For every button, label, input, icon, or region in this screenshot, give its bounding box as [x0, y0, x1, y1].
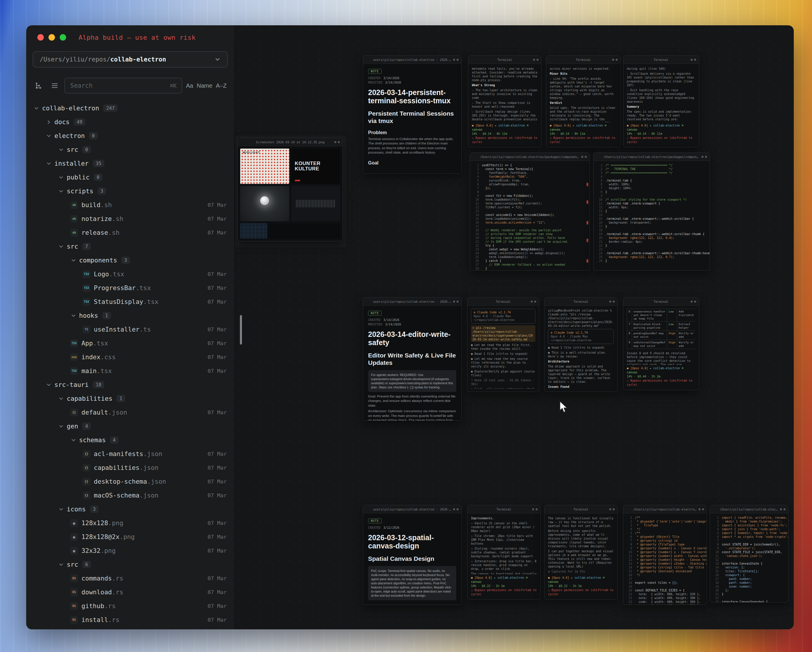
path-selector[interactable]: /Users/yiliu/repos/collab-electron — [33, 51, 228, 68]
tree-dir-public[interactable]: public0 — [26, 170, 234, 184]
tree-file-128x128@2x[interactable]: ◉128x128@2x.png07 Mar — [26, 530, 234, 544]
tree-file-index[interactable]: cssindex.css07 Mar — [26, 350, 234, 364]
canvas-card-term-review-3[interactable]: Terminalduring quit (line 166)- Scrollba… — [623, 55, 699, 147]
tree-dir-icons[interactable]: icons3 — [26, 502, 234, 516]
tree-dir-hooks[interactable]: hooks1 — [26, 309, 234, 323]
canvas-card-code-terminaltab-css[interactable]: /Users/yiliu/repos/collab-electron/packa… — [593, 152, 710, 271]
tree-dir-src-tauri[interactable]: src-tauri18 — [26, 378, 234, 392]
card-header[interactable]: /Users/yiliu/repos/collab-electron/src/c… — [623, 505, 707, 513]
search-box[interactable]: ⌘K — [64, 78, 182, 93]
sort-case-toggle[interactable]: Aa — [186, 83, 193, 89]
tree-file-commands[interactable]: RScommands.rs07 Mar — [26, 571, 234, 585]
card-controls[interactable] — [581, 156, 587, 158]
tree-file-lib[interactable]: RSlib.rs07 Mar — [26, 627, 234, 629]
tree-dir-collab-electron[interactable]: collab-electron247 — [26, 101, 234, 115]
card-controls[interactable] — [780, 508, 786, 510]
card-controls[interactable] — [453, 508, 459, 510]
card-controls[interactable] — [691, 58, 696, 61]
canvas-card-image-screenshot[interactable]: Screenshot 2026-03-14 at 10.12.35.pngMID… — [238, 138, 343, 241]
canvas-card-term-issues-table[interactable]: Terminal6unawareness handler yet doesn't… — [623, 297, 699, 390]
card-controls[interactable] — [453, 58, 459, 61]
tree-file-release[interactable]: shrelease.sh07 Mar — [26, 226, 234, 239]
tree-dir-schemas[interactable]: schemas4 — [26, 433, 234, 447]
tree-file-capabilities[interactable]: {}capabilities.json07 Mar — [26, 461, 234, 474]
list-view-button[interactable] — [49, 80, 61, 92]
tree-file-main[interactable]: TSXmain.tsx07 Mar — [26, 364, 234, 378]
tree-file-acl-manifests[interactable]: {}acl-manifests.json07 Mar — [26, 447, 234, 461]
card-header[interactable]: Terminal — [468, 56, 541, 64]
tree-dir-src[interactable]: src6 — [26, 557, 234, 571]
canvas-card-term-canvas-mockups[interactable]: TerminalThe canvas is functional but vis… — [544, 505, 618, 600]
canvas-scrollbar[interactable] — [240, 315, 242, 344]
tree-view-button[interactable] — [33, 80, 45, 92]
card-controls[interactable] — [691, 300, 696, 303]
card-header[interactable]: users/yiliu/repos/collab-electron · 2026… — [363, 56, 461, 64]
tree-file-download[interactable]: RSdownload.rs07 Mar — [26, 585, 234, 599]
card-header[interactable]: Terminal — [623, 56, 699, 64]
canvas-card-note-tmux[interactable]: users/yiliu/repos/collab-electron · 2026… — [363, 55, 462, 174]
card-header[interactable]: Terminal — [545, 505, 617, 513]
tree-file-notarize[interactable]: shnotarize.sh07 Mar — [26, 212, 234, 226]
card-controls[interactable] — [609, 300, 615, 303]
search-input[interactable] — [70, 82, 167, 89]
tree-dir-electron[interactable]: electron0 — [26, 129, 234, 143]
tree-file-macOS-schema[interactable]: {}macOS-schema.json07 Mar — [26, 488, 234, 502]
card-header[interactable]: Terminal — [467, 505, 540, 513]
tree-dir-installer[interactable]: installer35 — [26, 156, 234, 170]
card-controls[interactable] — [531, 300, 536, 303]
tree-file-128x128[interactable]: ◉128x128.png07 Mar — [26, 516, 234, 530]
tree-file-StatusDisplay[interactable]: TSXStatusDisplay.tsx07 Mar — [26, 295, 234, 309]
card-header[interactable]: Terminal — [467, 297, 539, 306]
card-header[interactable]: /Users/yiliu/repos/collab-electron/packa… — [470, 153, 589, 161]
minimize-window-button[interactable] — [49, 34, 55, 41]
card-header[interactable]: Terminal — [623, 297, 699, 306]
card-header[interactable]: Terminal — [546, 56, 620, 64]
tree-file-default[interactable]: {}default.json07 Mar — [26, 406, 234, 419]
card-header[interactable]: Terminal — [545, 297, 617, 306]
card-controls[interactable] — [701, 156, 707, 158]
canvas-card-code-terminaltab-tsx[interactable]: /Users/yiliu/repos/collab-electron/packa… — [470, 152, 590, 271]
tree-file-useInstaller[interactable]: TSuseInstaller.ts07 Mar — [26, 323, 234, 336]
canvas-card-term-shell-review[interactable]: Terminalyiliu@MacBookPro14 collab-electr… — [544, 297, 618, 392]
tree-file-github[interactable]: RSgithub.rs07 Mar — [26, 599, 234, 613]
canvas-card-term-review-1[interactable]: Terminalmetadata read fails, you've alre… — [468, 55, 542, 147]
canvas-card-note-editor-write-safety[interactable]: users/yiliu/repos/collab-electron · 2026… — [363, 297, 462, 421]
tree-dir-src[interactable]: src0 — [26, 143, 234, 156]
canvas-card-code-canvas-state[interactable]: /Users/yiliu/repos/collab-electron/src/c… — [623, 505, 707, 605]
card-header[interactable]: /Users/yiliu/repos/collab-electron/packa… — [594, 153, 710, 161]
card-controls[interactable] — [334, 141, 340, 143]
tree-dir-components[interactable]: components3 — [26, 253, 234, 267]
tree-file-install[interactable]: RSinstall.rs07 Mar — [26, 613, 234, 627]
card-controls[interactable] — [532, 508, 538, 510]
card-header[interactable]: users/yiliu/repos/collab-electron · 2026… — [363, 297, 461, 306]
tree-dir-capabilities[interactable]: capabilities1 — [26, 392, 234, 406]
tree-dir-scripts[interactable]: scripts3 — [26, 184, 234, 198]
card-header[interactable]: /Users/yiliu/repos/collab-electron/src/c… — [710, 505, 788, 513]
tree-file-desktop-schema[interactable]: {}desktop-schema.json07 Mar — [26, 474, 234, 488]
tree-file-App[interactable]: TSXApp.tsx07 Mar — [26, 336, 234, 350]
close-window-button[interactable] — [37, 34, 44, 41]
canvas-card-note-spatial-canvas[interactable]: users/yiliu/repos/collab-electron · 2026… — [363, 505, 462, 605]
tree-dir-docs[interactable]: docs49 — [26, 115, 234, 129]
canvas[interactable]: users/yiliu/repos/collab-electron · 2026… — [234, 25, 794, 629]
tree-file-build[interactable]: shbuild.sh07 Mar — [26, 198, 234, 212]
card-controls[interactable] — [609, 508, 615, 510]
tree-file-32x32[interactable]: ◉32x32.png07 Mar — [26, 544, 234, 557]
tree-dir-src[interactable]: src7 — [26, 239, 234, 253]
card-controls[interactable] — [533, 58, 539, 61]
canvas-card-term-claude-review[interactable]: Terminal✻ Claude Code v2.1.74Opus 4.6 · … — [467, 297, 539, 392]
sort-control[interactable]: Aa Name A–Z — [186, 83, 228, 89]
card-header[interactable]: users/yiliu/repos/collab-electron · 2026… — [363, 505, 461, 513]
card-controls[interactable] — [612, 58, 618, 61]
titlebar[interactable]: Alpha build — use at own risk — [26, 25, 794, 49]
card-controls[interactable] — [699, 508, 704, 510]
canvas-card-term-review-2[interactable]: Terminalacross minor versions is expecte… — [546, 55, 621, 147]
canvas-card-code-canvas-persistence[interactable]: /Users/yiliu/repos/collab-electron/src/c… — [710, 505, 789, 603]
tree-file-ProgressBar[interactable]: TSXProgressBar.tsx07 Mar — [26, 281, 234, 295]
tree-dir-gen[interactable]: gen4 — [26, 419, 234, 433]
card-controls[interactable] — [453, 300, 459, 303]
tree-file-Logo[interactable]: TSXLogo.tsx07 Mar — [26, 267, 234, 281]
zoom-window-button[interactable] — [60, 34, 66, 41]
canvas-card-term-canvas-improvements[interactable]: TerminalImprovements.— Vanilla JS canvas… — [467, 505, 541, 600]
card-header[interactable]: Screenshot 2026-03-14 at 10.12.35.png — [238, 138, 342, 146]
